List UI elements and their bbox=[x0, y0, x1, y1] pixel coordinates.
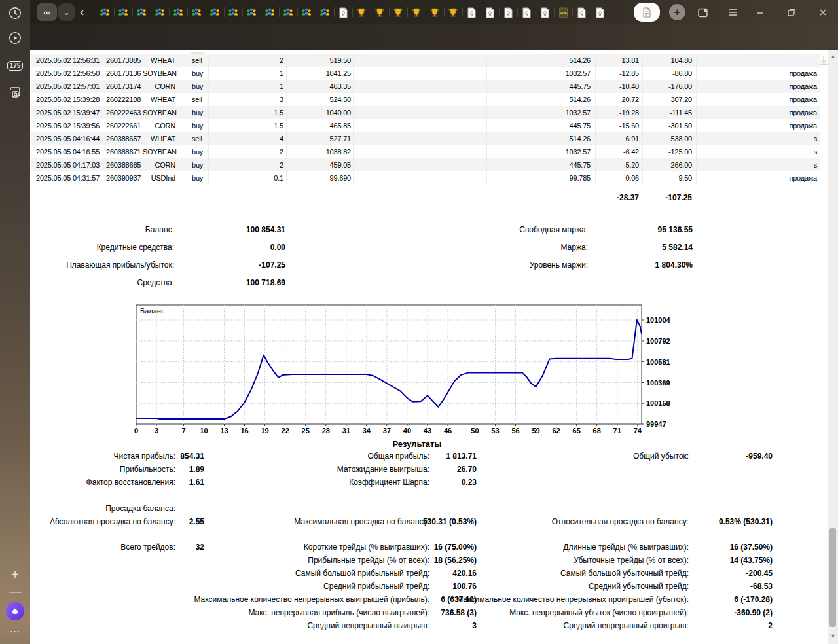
table-cell: 260173085 bbox=[106, 54, 143, 67]
stat-value: -200.45 bbox=[687, 569, 773, 579]
stat-label: Прибыльные трейды (% от всех): bbox=[183, 556, 429, 565]
svg-text:40: 40 bbox=[403, 427, 411, 435]
account-value: -107.25 bbox=[190, 260, 285, 270]
stat-label: Короткие трейды (% выигравших): bbox=[183, 543, 429, 552]
account-value: 5 582.14 bbox=[597, 243, 693, 253]
svg-text:100369: 100369 bbox=[646, 379, 670, 387]
stat-value: -360.90 (2) bbox=[687, 608, 773, 618]
table-column-border bbox=[353, 54, 354, 185]
table-cell: -86.80 bbox=[627, 67, 692, 80]
stat-label: Фактор восстановления: bbox=[18, 478, 175, 488]
table-cell: 2025.05.05 04:17:03 bbox=[36, 158, 104, 171]
table-cell: продажа bbox=[719, 93, 817, 106]
stat-value: -959.40 bbox=[687, 452, 773, 461]
drawdown-header: Просадка баланса: bbox=[18, 504, 175, 514]
table-cell: 2025.05.02 15:39:28 bbox=[36, 93, 104, 106]
table-cell: CORN bbox=[143, 119, 175, 132]
table-column-border bbox=[208, 54, 209, 185]
table-cell: 260222661 bbox=[106, 119, 143, 132]
svg-text:25: 25 bbox=[302, 427, 310, 435]
table-cell: 99.690 bbox=[285, 171, 351, 185]
stat-label: Макс. непрерывный убыток (число проигрыш… bbox=[440, 608, 689, 618]
table-cell: -125.00 bbox=[627, 145, 692, 158]
svg-text:101004: 101004 bbox=[646, 316, 671, 324]
stat-label: Чистая прибыль: bbox=[18, 452, 175, 461]
stat-value: 0.23 bbox=[406, 478, 477, 488]
table-cell: 2 bbox=[218, 158, 283, 171]
table-cell: s bbox=[719, 145, 817, 158]
table-cell: SOYBEAN bbox=[143, 67, 175, 80]
stat-label: Относительная просадка по балансу: bbox=[440, 517, 689, 527]
balance-chart: 0371013161922252831343740434650535659626… bbox=[131, 301, 681, 435]
table-cell: -111.45 bbox=[627, 106, 692, 119]
stat-label: Общий убыток: bbox=[440, 452, 689, 461]
table-cell: USDInd bbox=[143, 171, 175, 185]
table-column-border bbox=[420, 54, 420, 185]
results-title: Результаты bbox=[31, 439, 803, 449]
stat-label: Средний прибыльный трейд: bbox=[183, 582, 429, 592]
table-cell: продажа bbox=[719, 106, 817, 119]
table-cell: sell bbox=[192, 132, 221, 145]
table-cell: 1041.25 bbox=[285, 67, 351, 80]
stat-label: Убыточные трейды (% от всех): bbox=[440, 556, 689, 565]
stat-value: 6 (-170.28) bbox=[687, 595, 773, 605]
table-cell: 260173136 bbox=[106, 67, 143, 80]
table-cell: buy bbox=[192, 80, 221, 93]
stat-label: Максимальная просадка по балансу: bbox=[183, 517, 429, 527]
table-cell: WHEAT bbox=[143, 54, 175, 67]
table-cell: 2025.05.02 12:56:50 bbox=[36, 67, 104, 80]
table-column-border bbox=[541, 54, 541, 185]
totals-profit: -107.25 bbox=[627, 193, 692, 203]
table-column-border bbox=[642, 54, 643, 185]
table-cell: WHEAT bbox=[143, 132, 175, 145]
svg-text:100158: 100158 bbox=[646, 399, 670, 407]
svg-text:3: 3 bbox=[155, 427, 158, 435]
svg-text:74: 74 bbox=[634, 427, 642, 435]
svg-text:59: 59 bbox=[532, 427, 539, 435]
svg-text:100792: 100792 bbox=[646, 337, 670, 345]
stat-label: Матожидание выигрыша: bbox=[183, 465, 429, 474]
table-cell: 260388657 bbox=[106, 132, 143, 145]
stat-label: Коэффициент Шарпа: bbox=[183, 478, 429, 488]
table-cell: sell bbox=[192, 93, 221, 106]
table-cell: 1.5 bbox=[218, 119, 283, 132]
table-cell: продажа bbox=[719, 67, 817, 80]
table-cell: 307.20 bbox=[627, 93, 692, 106]
account-value: 100 718.69 bbox=[190, 278, 285, 288]
account-label: Маржа: bbox=[432, 243, 588, 253]
svg-text:16: 16 bbox=[240, 427, 248, 435]
stat-label: Длинные трейды (% выигравших): bbox=[440, 543, 689, 552]
table-cell: 2025.05.05 04:16:55 bbox=[36, 145, 104, 158]
svg-text:10: 10 bbox=[200, 427, 208, 435]
svg-text:28: 28 bbox=[322, 427, 330, 435]
table-cell: продажа bbox=[719, 119, 817, 132]
table-cell: SOYBEAN bbox=[143, 106, 175, 119]
table-cell: 465.85 bbox=[285, 119, 351, 132]
scroll-down-button[interactable]: ▼ bbox=[830, 634, 835, 639]
table-column-border bbox=[177, 54, 177, 185]
table-cell: -266.00 bbox=[627, 158, 692, 171]
table-cell: 104.80 bbox=[627, 54, 692, 67]
stat-value: 0.53% (530.31) bbox=[687, 517, 773, 527]
table-cell: 1.5 bbox=[218, 106, 283, 119]
table-cell: buy bbox=[192, 158, 221, 171]
table-column-border bbox=[595, 54, 596, 185]
table-cell: 2 bbox=[218, 54, 283, 67]
svg-text:13: 13 bbox=[220, 427, 228, 435]
table-cell: 519.50 bbox=[285, 54, 351, 67]
stat-value: 2 bbox=[687, 621, 773, 631]
scrollbar-thumb[interactable] bbox=[829, 528, 836, 627]
table-cell: buy bbox=[192, 106, 221, 119]
table-cell: 260390937 bbox=[106, 171, 143, 185]
stat-label: Всего трейдов: bbox=[18, 543, 175, 552]
account-label: Кредитные средства: bbox=[18, 243, 174, 253]
svg-text:Баланс: Баланс bbox=[140, 307, 165, 315]
table-cell: 1 bbox=[218, 67, 283, 80]
table-cell: 260222108 bbox=[106, 93, 143, 106]
table-cell: 3 bbox=[218, 93, 283, 106]
browser-window: 175 + ⋯ ∞ ⌄ ‹ PDF bbox=[0, 0, 838, 644]
stat-label: Самый большой прибыльный трейд: bbox=[183, 569, 429, 579]
table-cell: 463.35 bbox=[285, 80, 351, 93]
table-cell: -301.50 bbox=[627, 119, 692, 132]
scroll-up-button[interactable]: ▲ bbox=[830, 54, 835, 59]
